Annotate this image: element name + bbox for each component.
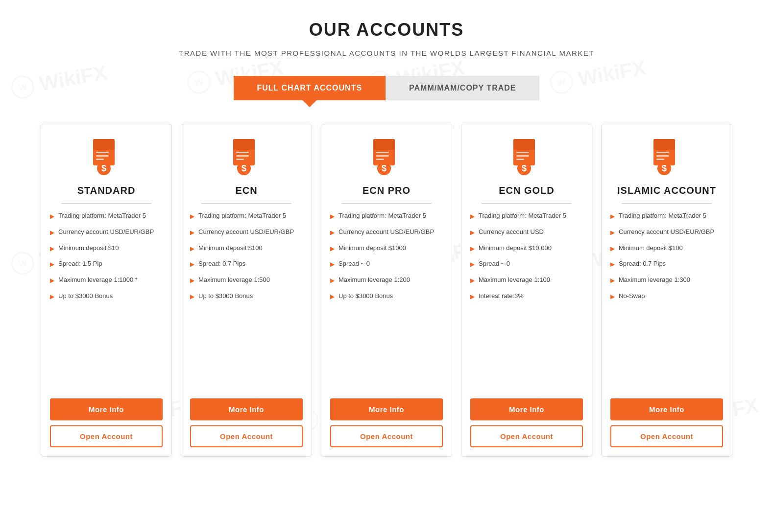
arrow-icon: ▶ — [50, 260, 54, 269]
arrow-icon: ▶ — [50, 212, 54, 221]
divider-islamic — [622, 203, 712, 204]
card-buttons-islamic: More Info Open Account — [610, 398, 723, 447]
svg-rect-56 — [656, 159, 664, 160]
svg-text:$: $ — [242, 163, 246, 173]
arrow-icon: ▶ — [330, 293, 335, 301]
svg-rect-42 — [376, 159, 384, 160]
account-card-islamic: $ ISLAMIC ACCOUNT ▶Trading platform: Met… — [601, 124, 732, 457]
svg-rect-33 — [236, 152, 249, 153]
arrow-icon: ▶ — [470, 245, 475, 253]
feature-item: ▶Maximum leverage 1:300 — [610, 276, 723, 285]
arrow-icon: ▶ — [330, 245, 335, 253]
open-account-button-islamic[interactable]: Open Account — [610, 425, 723, 447]
feature-item: ▶Currency account USD/EUR/GBP — [190, 228, 303, 237]
arrow-icon: ▶ — [610, 229, 615, 237]
open-account-button-standard[interactable]: Open Account — [50, 425, 163, 447]
feature-item: ▶Trading platform: MetaTrader 5 — [610, 211, 723, 221]
features-islamic: ▶Trading platform: MetaTrader 5 ▶Currenc… — [610, 211, 723, 392]
feature-item: ▶Maximum leverage 1:500 — [190, 276, 303, 285]
more-info-button-ecn[interactable]: More Info — [190, 398, 303, 420]
features-ecn: ▶Trading platform: MetaTrader 5 ▶Currenc… — [190, 211, 303, 392]
card-buttons-standard: More Info Open Account — [50, 398, 163, 447]
svg-rect-54 — [656, 152, 669, 153]
open-account-button-ecn-pro[interactable]: Open Account — [330, 425, 443, 447]
arrow-icon: ▶ — [50, 245, 54, 253]
more-info-button-standard[interactable]: More Info — [50, 398, 163, 420]
svg-rect-34 — [236, 155, 249, 157]
arrow-icon: ▶ — [470, 229, 475, 237]
more-info-button-islamic[interactable]: More Info — [610, 398, 723, 420]
card-buttons-ecn-gold: More Info Open Account — [470, 398, 583, 447]
svg-rect-41 — [376, 155, 389, 157]
page-subtitle: TRADE WITH THE MOST PROFESSIONAL ACCOUNT… — [29, 49, 744, 57]
svg-text:$: $ — [382, 163, 386, 173]
more-info-button-ecn-gold[interactable]: More Info — [470, 398, 583, 420]
arrow-icon: ▶ — [190, 293, 194, 301]
arrow-icon: ▶ — [470, 293, 475, 301]
feature-item: ▶Minimum deposit $1000 — [330, 244, 443, 253]
svg-rect-47 — [516, 152, 529, 153]
feature-item: ▶Minimum deposit $10,000 — [470, 244, 583, 253]
arrow-icon: ▶ — [330, 229, 335, 237]
arrow-icon: ▶ — [470, 260, 475, 269]
svg-rect-35 — [236, 159, 244, 160]
feature-item: ▶Currency account USD — [470, 228, 583, 237]
divider-ecn — [201, 203, 291, 204]
arrow-icon: ▶ — [190, 245, 194, 253]
feature-item: ▶Minimum deposit $10 — [50, 244, 163, 253]
account-title-ecn: ECN — [235, 185, 257, 196]
account-title-islamic: ISLAMIC ACCOUNT — [617, 185, 716, 196]
svg-text:$: $ — [522, 163, 527, 173]
open-account-button-ecn-gold[interactable]: Open Account — [470, 425, 583, 447]
arrow-icon: ▶ — [190, 229, 194, 237]
divider-standard — [61, 203, 151, 204]
feature-item: ▶Maximum leverage 1:1000 * — [50, 276, 163, 285]
arrow-icon: ▶ — [610, 277, 615, 285]
account-icon-ecn-pro: $ — [369, 138, 404, 177]
card-buttons-ecn: More Info Open Account — [190, 398, 303, 447]
feature-item: ▶Spread ~ 0 — [330, 259, 443, 269]
account-card-ecn-gold: $ ECN GOLD ▶Trading platform: MetaTrader… — [461, 124, 592, 457]
arrow-icon: ▶ — [610, 245, 615, 253]
account-title-ecn-gold: ECN GOLD — [499, 185, 555, 196]
svg-rect-48 — [516, 155, 529, 157]
open-account-button-ecn[interactable]: Open Account — [190, 425, 303, 447]
svg-rect-40 — [376, 152, 389, 153]
feature-item: ▶Trading platform: MetaTrader 5 — [50, 211, 163, 221]
tab-row: FULL CHART ACCOUNTS PAMM/MAM/COPY TRADE — [29, 76, 744, 100]
feature-item: ▶Maximum leverage 1:200 — [330, 276, 443, 285]
arrow-icon: ▶ — [190, 277, 194, 285]
arrow-icon: ▶ — [610, 212, 615, 221]
arrow-icon: ▶ — [330, 277, 335, 285]
account-card-ecn: $ ECN ▶Trading platform: MetaTrader 5 ▶C… — [181, 124, 312, 457]
arrow-icon: ▶ — [330, 260, 335, 269]
svg-rect-26 — [96, 152, 109, 153]
feature-item: ▶Trading platform: MetaTrader 5 — [190, 211, 303, 221]
feature-item: ▶Spread: 0.7 Pips — [190, 259, 303, 269]
tab-pamm[interactable]: PAMM/MAM/COPY TRADE — [386, 76, 539, 100]
account-title-standard: STANDARD — [77, 185, 136, 196]
account-title-ecn-pro: ECN PRO — [362, 185, 411, 196]
features-standard: ▶Trading platform: MetaTrader 5 ▶Currenc… — [50, 211, 163, 392]
feature-item: ▶Maximum leverage 1:100 — [470, 276, 583, 285]
feature-item: ▶Currency account USD/EUR/GBP — [50, 228, 163, 237]
svg-text:$: $ — [662, 163, 667, 173]
feature-item: ▶Spread: 1.5 Pip — [50, 259, 163, 269]
tab-full-chart[interactable]: FULL CHART ACCOUNTS — [234, 76, 386, 100]
svg-rect-46 — [513, 139, 535, 150]
feature-item: ▶Currency account USD/EUR/GBP — [330, 228, 443, 237]
more-info-button-ecn-pro[interactable]: More Info — [330, 398, 443, 420]
feature-item: ▶Trading platform: MetaTrader 5 — [470, 211, 583, 221]
feature-item: ▶Trading platform: MetaTrader 5 — [330, 211, 443, 221]
arrow-icon: ▶ — [610, 293, 615, 301]
arrow-icon: ▶ — [190, 212, 194, 221]
svg-rect-28 — [96, 159, 104, 160]
arrow-icon: ▶ — [50, 277, 54, 285]
arrow-icon: ▶ — [610, 260, 615, 269]
feature-item: ▶Currency account USD/EUR/GBP — [610, 228, 723, 237]
feature-item: ▶Interest rate:3% — [470, 292, 583, 301]
feature-item: ▶Spread ~ 0 — [470, 259, 583, 269]
svg-text:$: $ — [101, 163, 106, 173]
page-title: OUR ACCOUNTS — [29, 20, 744, 40]
arrow-icon: ▶ — [190, 260, 194, 269]
